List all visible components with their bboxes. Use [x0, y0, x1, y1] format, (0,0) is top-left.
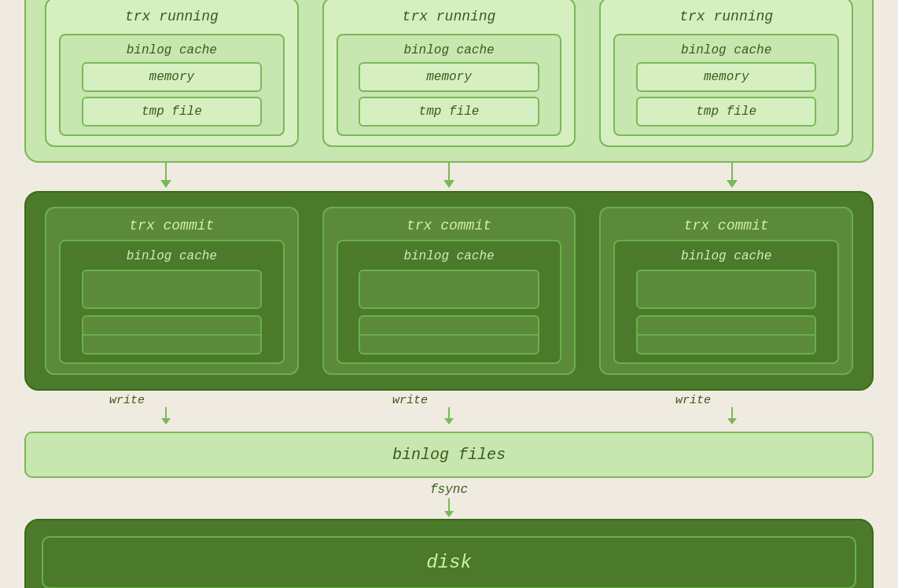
- write-arrow-head-2: [444, 418, 454, 424]
- binlog-files-row: binlog files: [24, 432, 874, 478]
- inner-box-split-2: [359, 315, 539, 355]
- binlog-cache-dark-3: binlog cache: [613, 240, 839, 364]
- write-arrow-3: [727, 407, 737, 426]
- memory-label-3: memory: [704, 70, 749, 84]
- arrow-col-3: [591, 163, 874, 191]
- trx-running-title-3: trx running: [679, 9, 773, 24]
- top-row: trx running binlog cache memory tmp file…: [24, 0, 874, 163]
- write-col-3: write: [591, 394, 874, 426]
- arrow-line-3: [731, 163, 733, 180]
- fsync-arrow-head: [444, 511, 454, 517]
- write-arrow-line-3: [731, 407, 733, 418]
- disk-row: disk: [24, 519, 874, 588]
- binlog-cache-label-3: binlog cache: [681, 43, 771, 57]
- arrow-line-2: [448, 163, 450, 180]
- binlog-cache-light-3: binlog cache memory tmp file: [613, 34, 839, 136]
- disk-inner-box: disk: [42, 536, 856, 588]
- tmp-file-label-2: tmp file: [419, 105, 480, 119]
- inner-box-half-bottom-2: [360, 334, 537, 353]
- trx-running-box-1: trx running binlog cache memory tmp file: [45, 0, 299, 147]
- binlog-cache-dark-label-1: binlog cache: [127, 249, 217, 263]
- tmp-file-label-3: tmp file: [696, 105, 756, 119]
- arrow-head-3: [727, 180, 738, 188]
- write-col-2: write: [307, 394, 591, 426]
- write-arrow-head-3: [727, 418, 737, 424]
- binlog-cache-dark-2: binlog cache: [337, 240, 562, 364]
- arrow-col-2: [307, 163, 591, 191]
- disk-label: disk: [426, 552, 472, 573]
- inner-box-dark-3: [636, 270, 816, 309]
- diagram: trx running binlog cache memory tmp file…: [24, 0, 874, 588]
- trx-commit-title-3: trx commit: [684, 218, 769, 233]
- memory-box-3: memory: [636, 62, 816, 92]
- trx-commit-title-2: trx commit: [407, 218, 491, 233]
- binlog-cache-light-1: binlog cache memory tmp file: [59, 34, 285, 136]
- memory-label-2: memory: [426, 70, 472, 84]
- memory-box-1: memory: [82, 62, 262, 92]
- trx-commit-box-3: trx commit binlog cache: [599, 207, 853, 375]
- write-label-3: write: [591, 394, 711, 407]
- binlog-cache-label-2: binlog cache: [403, 43, 494, 57]
- inner-box-half-top-2: [360, 317, 537, 334]
- fsync-arrow: [444, 498, 454, 517]
- binlog-cache-label-1: binlog cache: [127, 43, 217, 57]
- inner-box-split-3: [636, 315, 816, 355]
- arrow-down-3: [727, 163, 738, 188]
- write-arrow-1: [161, 407, 171, 426]
- trx-running-title-1: trx running: [125, 9, 219, 24]
- trx-commit-box-1: trx commit binlog cache: [45, 207, 299, 375]
- fsync-arrow-line: [448, 498, 450, 511]
- binlog-files-label: binlog files: [392, 446, 506, 464]
- inner-box-half-top-1: [83, 317, 260, 334]
- arrow-down-2: [443, 163, 455, 188]
- tmp-file-box-2: tmp file: [359, 97, 539, 127]
- binlog-cache-dark-label-2: binlog cache: [403, 249, 494, 263]
- trx-running-box-2: trx running binlog cache memory tmp file: [322, 0, 576, 147]
- arrow-down-1: [160, 163, 171, 188]
- inner-box-half-top-3: [638, 317, 815, 334]
- trx-commit-title-1: trx commit: [129, 218, 214, 233]
- trx-running-title-2: trx running: [403, 9, 496, 24]
- middle-row: trx commit binlog cache trx commit binlo…: [24, 191, 874, 391]
- inner-box-split-1: [82, 315, 262, 355]
- trx-running-box-3: trx running binlog cache memory tmp file: [599, 0, 853, 147]
- tmp-file-box-1: tmp file: [82, 97, 262, 127]
- arrow-col-1: [24, 163, 307, 191]
- top-to-middle-arrows: [24, 163, 874, 191]
- trx-commit-box-2: trx commit binlog cache: [322, 207, 576, 375]
- tmp-file-label-1: tmp file: [142, 105, 202, 119]
- inner-box-dark-1: [82, 270, 262, 309]
- inner-box-half-bottom-3: [638, 334, 815, 353]
- write-arrow-head-1: [161, 418, 171, 424]
- arrow-line-1: [165, 163, 167, 180]
- write-label-1: write: [24, 394, 145, 407]
- write-arrow-line-2: [448, 407, 450, 418]
- binlog-cache-dark-1: binlog cache: [59, 240, 285, 364]
- memory-box-2: memory: [359, 62, 539, 92]
- fsync-label: fsync: [430, 478, 468, 497]
- write-arrows-row: write write write: [24, 391, 874, 432]
- write-arrow-2: [444, 407, 454, 426]
- arrow-head-2: [443, 180, 455, 188]
- write-label-2: write: [307, 394, 428, 407]
- binlog-cache-dark-label-3: binlog cache: [681, 249, 771, 263]
- inner-box-dark-2: [359, 270, 539, 309]
- arrow-head-1: [160, 180, 171, 188]
- write-arrow-line-1: [165, 407, 167, 418]
- inner-box-half-bottom-1: [83, 334, 260, 353]
- fsync-section: fsync: [24, 478, 874, 519]
- tmp-file-box-3: tmp file: [636, 97, 816, 127]
- write-col-1: write: [24, 394, 307, 426]
- binlog-cache-light-2: binlog cache memory tmp file: [337, 34, 562, 136]
- memory-label-1: memory: [149, 70, 195, 84]
